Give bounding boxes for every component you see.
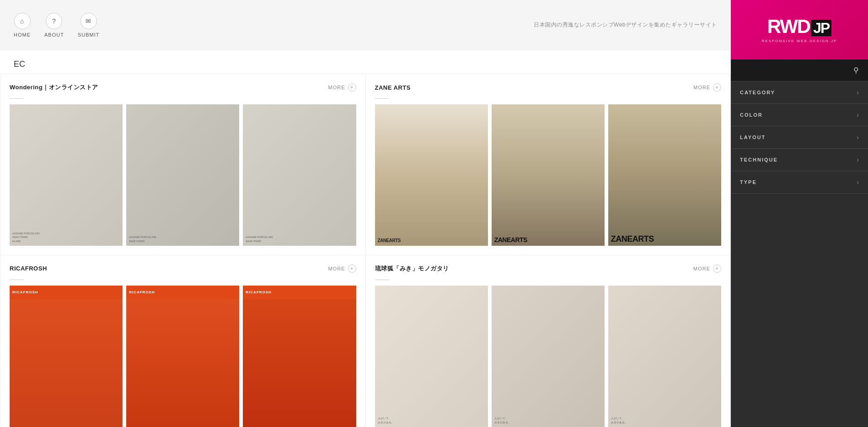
- section-zane-header: ZANE ARTS MORE +: [375, 83, 722, 92]
- section-ryu-header: 琉球狐「みき」モノガタリ MORE +: [375, 265, 722, 273]
- sidebar-search-bar: ⚲: [731, 59, 868, 81]
- site-header: ⌂ HOME ? ABOUT ✉ SUBMIT 日本国内の秀逸なレスポンシブWe…: [0, 0, 731, 50]
- gallery-grid: Wondering｜オンラインストア MORE + HASAMI PORCELA…: [0, 74, 731, 427]
- wondering-more-button[interactable]: MORE +: [328, 83, 356, 92]
- nav-home[interactable]: ⌂ HOME: [14, 13, 31, 38]
- section-rica-title: RICAFROSH: [10, 265, 47, 272]
- filter-category[interactable]: CATEGORY ›: [731, 81, 868, 104]
- about-icon: ?: [46, 13, 62, 29]
- home-icon: ⌂: [14, 13, 31, 29]
- wondering-thumb-3[interactable]: HASAMI PORCELAINNEW ITEMS: [243, 104, 356, 246]
- section-wondering-title: Wondering｜オンラインストア: [10, 83, 98, 92]
- brand-rwd: RWD: [767, 17, 810, 36]
- filter-type-label: TYPE: [740, 179, 757, 185]
- filter-layout-label: LAYOUT: [740, 135, 766, 140]
- section-ryuukyu: 琉球狐「みき」モノガタリ MORE + 人がいて、みきがある。 人がいて、みきが…: [366, 255, 731, 427]
- nav-about[interactable]: ? ABOUT: [44, 13, 64, 38]
- ryu-thumb-3[interactable]: 人がいて、みきがある。: [608, 286, 721, 427]
- section-ricafrosh: RICAFROSH MORE + RICAFROSH RICAFROSH: [0, 255, 366, 427]
- section-wondering-header: Wondering｜オンラインストア MORE +: [10, 83, 356, 92]
- ryu-more-icon: +: [713, 265, 721, 273]
- wondering-divider: [10, 98, 23, 99]
- filter-type-arrow: ›: [857, 178, 859, 186]
- rica-thumb-3[interactable]: RICAFROSH: [243, 286, 356, 427]
- rica-more-button[interactable]: MORE +: [328, 265, 356, 273]
- section-wondering: Wondering｜オンラインストア MORE + HASAMI PORCELA…: [0, 74, 366, 255]
- filter-layout-arrow: ›: [857, 134, 859, 141]
- wondering-more-icon: +: [348, 83, 356, 92]
- zane-more-icon: +: [713, 83, 721, 92]
- zane-thumb-2[interactable]: ZANEARTS: [492, 104, 605, 246]
- section-zane-arts: ZANE ARTS MORE + ZANEARTS ZANEARTS: [366, 74, 731, 255]
- header-tagline: 日本国内の秀逸なレスポンシブWebデザインを集めたギャラリーサイト: [534, 21, 717, 29]
- submit-icon: ✉: [80, 13, 97, 29]
- wondering-thumbnails: HASAMI PORCELAINNEW ITEMS¥1,800 HASAMI P…: [10, 104, 356, 246]
- ryu-thumb-1[interactable]: 人がいて、みきがある。: [375, 286, 488, 427]
- filter-color-label: COLOR: [740, 112, 763, 118]
- filter-technique[interactable]: TECHNIQUE ›: [731, 149, 868, 171]
- brand-logo: RWD JP: [767, 17, 832, 36]
- filter-technique-label: TECHNIQUE: [740, 157, 778, 162]
- rica-thumb-2[interactable]: RICAFROSH: [126, 286, 239, 427]
- nav-submit[interactable]: ✉ SUBMIT: [78, 13, 100, 38]
- ryu-divider: [375, 280, 389, 280]
- zane-divider: [375, 98, 389, 99]
- filter-layout[interactable]: LAYOUT ›: [731, 126, 868, 149]
- section-rica-header: RICAFROSH MORE +: [10, 265, 356, 273]
- right-sidebar: RWD JP RESPONSIVE WEB DESIGN JP ⚲ CATEGO…: [731, 0, 868, 427]
- ryu-thumb-2[interactable]: 人がいて、みきがある。: [492, 286, 605, 427]
- zane-more-button[interactable]: MORE +: [693, 83, 721, 92]
- main-content: ⌂ HOME ? ABOUT ✉ SUBMIT 日本国内の秀逸なレスポンシブWe…: [0, 0, 731, 427]
- brand-jp: JP: [811, 20, 831, 36]
- filter-type[interactable]: TYPE ›: [731, 171, 868, 194]
- filter-color-arrow: ›: [857, 111, 859, 119]
- rica-thumb-1[interactable]: RICAFROSH: [10, 286, 123, 427]
- ryu-more-button[interactable]: MORE +: [693, 265, 721, 273]
- rica-divider: [10, 280, 23, 280]
- nav-submit-label: SUBMIT: [78, 32, 100, 38]
- zane-thumb-3[interactable]: ZANEARTS: [608, 104, 721, 246]
- main-nav: ⌂ HOME ? ABOUT ✉ SUBMIT: [14, 13, 99, 38]
- page-title: EC: [0, 50, 731, 74]
- filter-category-label: CATEGORY: [740, 90, 775, 95]
- brand-area: RWD JP RESPONSIVE WEB DESIGN JP: [731, 0, 868, 59]
- rica-more-icon: +: [348, 265, 356, 273]
- ryu-thumbnails: 人がいて、みきがある。 人がいて、みきがある。 人がいて、みきがある。: [375, 286, 722, 427]
- brand-subtitle: RESPONSIVE WEB DESIGN JP: [762, 39, 837, 43]
- zane-thumb-1[interactable]: ZANEARTS: [375, 104, 488, 246]
- nav-home-label: HOME: [14, 32, 31, 38]
- nav-about-label: ABOUT: [44, 32, 64, 38]
- section-ryu-title: 琉球狐「みき」モノガタリ: [375, 265, 449, 273]
- filter-technique-arrow: ›: [857, 156, 859, 163]
- search-icon[interactable]: ⚲: [853, 66, 859, 75]
- filter-category-arrow: ›: [857, 89, 859, 96]
- section-zane-title: ZANE ARTS: [375, 84, 411, 91]
- wondering-thumb-1[interactable]: HASAMI PORCELAINNEW ITEMS¥1,800: [10, 104, 123, 246]
- wondering-thumb-2[interactable]: HASAMI PORCELAINNEW ITEMS: [126, 104, 239, 246]
- zane-thumbnails: ZANEARTS ZANEARTS ZANEARTS: [375, 104, 722, 246]
- rica-thumbnails: RICAFROSH RICAFROSH RICAFROSH: [10, 286, 356, 427]
- filter-color[interactable]: COLOR ›: [731, 104, 868, 126]
